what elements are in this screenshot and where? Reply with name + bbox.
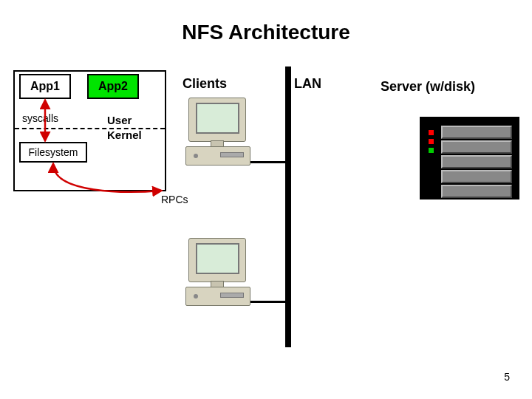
led-icon [429, 130, 434, 135]
client-pc-1 [183, 98, 253, 168]
led-icon [429, 139, 434, 144]
server-label: Server (w/disk) [381, 79, 475, 95]
disk-icon [441, 126, 512, 139]
arrows-overlay [0, 0, 532, 399]
disk-icon [441, 170, 512, 183]
user-label: User [107, 115, 132, 127]
rpcs-label: RPCs [161, 194, 188, 205]
server-icon [420, 117, 519, 200]
user-kernel-divider [15, 128, 165, 129]
tower-icon [185, 146, 250, 166]
lan-label: LAN [294, 76, 321, 92]
disk-icon [441, 185, 512, 198]
app1-box: App1 [19, 74, 71, 99]
kernel-label: Kernel [107, 129, 142, 142]
syscalls-label: syscalls [22, 112, 58, 124]
clients-label: Clients [183, 76, 227, 92]
monitor-icon [188, 238, 246, 282]
page-title: NFS Architecture [0, 21, 532, 44]
app2-box: App2 [87, 74, 139, 99]
led-icon [429, 148, 434, 153]
monitor-icon [188, 98, 246, 142]
tower-icon [185, 287, 250, 306]
filesystem-box: Filesystem [19, 142, 87, 163]
disk-icon [441, 155, 512, 168]
lan-bar [285, 66, 291, 347]
page-number: 5 [504, 371, 510, 383]
client-pc-2 [183, 238, 253, 308]
disk-icon [441, 140, 512, 154]
